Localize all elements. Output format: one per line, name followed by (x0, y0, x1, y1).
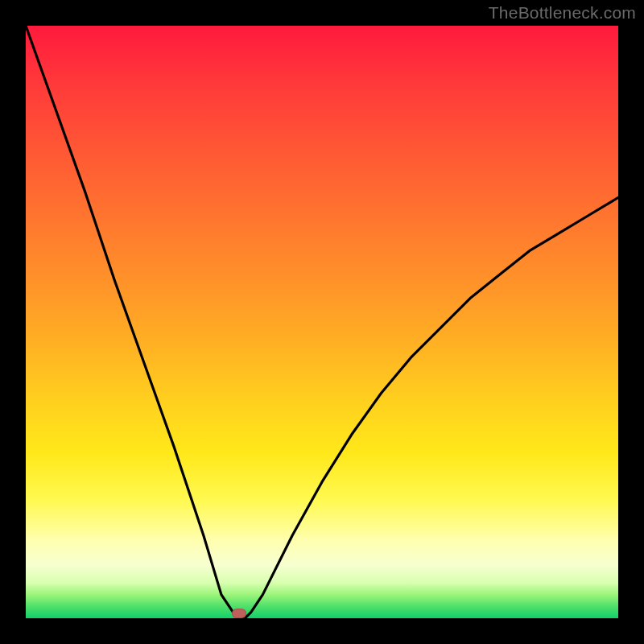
chart-frame: TheBottleneck.com (0, 0, 644, 644)
curve-svg (26, 26, 618, 618)
watermark-text: TheBottleneck.com (489, 3, 636, 23)
optimal-point-marker (232, 609, 246, 618)
bottleneck-curve (26, 26, 618, 618)
plot-area (26, 26, 618, 618)
